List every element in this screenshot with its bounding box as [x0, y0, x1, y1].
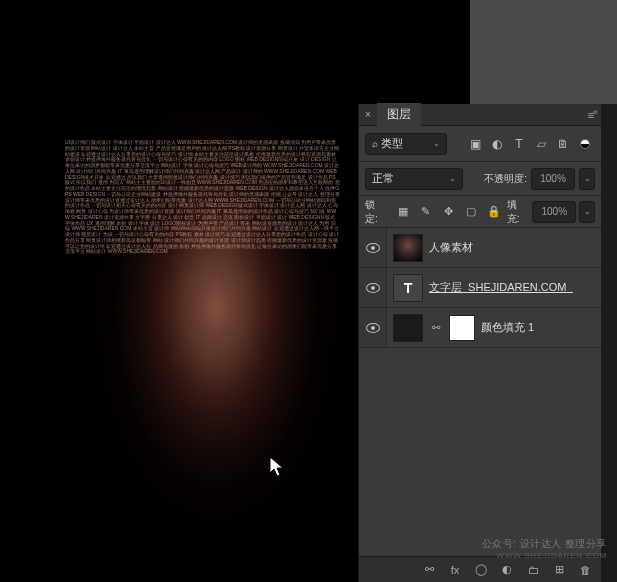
layer-thumbnail[interactable]: T — [393, 274, 423, 302]
delete-layer-icon[interactable]: 🗑 — [573, 560, 597, 580]
filter-pixel-icon[interactable]: ▣ — [465, 134, 485, 154]
opacity-stepper[interactable]: ⌄ — [579, 168, 595, 190]
new-fill-adjustment-icon[interactable]: ◐ — [495, 560, 519, 580]
lock-all-icon[interactable]: 🔒 — [484, 202, 504, 222]
filter-smartobject-icon[interactable]: 🗎 — [553, 134, 573, 154]
blend-mode-row: 正常 ⌄ 不透明度: 100% ⌄ — [359, 162, 601, 196]
text-overlay: UI设计师们 版式设计 字体设计 平面设计 设计达人 WWW.SHEJIDARE… — [40, 110, 360, 580]
chevron-down-icon: ⌄ — [449, 174, 456, 183]
fill-input[interactable]: 100% — [532, 201, 576, 223]
layer-thumbnail[interactable] — [393, 314, 423, 342]
visibility-toggle[interactable] — [359, 228, 387, 267]
eye-icon — [366, 243, 380, 253]
fill-stepper[interactable]: ⌄ — [579, 201, 595, 223]
filter-type-select[interactable]: ⌕ 类型 ⌄ — [365, 133, 447, 155]
fill-label: 填充: — [507, 198, 530, 226]
layer-name[interactable]: 颜色填充 1 — [481, 320, 601, 335]
filter-shape-icon[interactable]: ▱ — [531, 134, 551, 154]
layer-mask-thumbnail[interactable] — [449, 315, 475, 341]
lock-pixels-icon[interactable]: ▦ — [393, 202, 413, 222]
panel-header: × 图层 ≡ — [359, 104, 601, 126]
lock-artboard-icon[interactable]: ▢ — [461, 202, 481, 222]
filter-toggle-icon[interactable] — [575, 134, 595, 154]
cursor-icon — [268, 455, 288, 479]
link-layers-icon[interactable]: ⚯ — [417, 560, 441, 580]
layer-thumbnail[interactable] — [393, 234, 423, 262]
eye-icon — [366, 323, 380, 333]
panel-menu-icon[interactable]: ≡ — [581, 109, 601, 121]
filter-row: ⌕ 类型 ⌄ ▣ ◐ T ▱ 🗎 — [359, 126, 601, 162]
layer-name[interactable]: 人像素材 — [429, 240, 601, 255]
filter-type-label: 类型 — [381, 136, 403, 151]
filter-adjustment-icon[interactable]: ◐ — [487, 134, 507, 154]
filter-type-icon[interactable]: T — [509, 134, 529, 154]
text-portrait-artwork: UI设计师们 版式设计 字体设计 平面设计 设计达人 WWW.SHEJIDARE… — [40, 110, 360, 580]
search-icon: ⌕ — [372, 138, 378, 149]
opacity-input[interactable]: 100% — [531, 168, 575, 190]
layers-panel: ‹‹ × 图层 ≡ ⌕ 类型 ⌄ ▣ ◐ T ▱ 🗎 正常 ⌄ 不透明度: 10… — [358, 104, 601, 582]
blend-mode-select[interactable]: 正常 ⌄ — [365, 168, 463, 190]
filter-icons-group: ▣ ◐ T ▱ 🗎 — [465, 134, 595, 154]
opacity-label: 不透明度: — [484, 172, 527, 186]
new-layer-icon[interactable]: ⊞ — [547, 560, 571, 580]
lock-label: 锁定: — [365, 198, 388, 226]
layer-fx-icon[interactable]: fx — [443, 560, 467, 580]
collapse-panel-icon[interactable]: ‹‹ — [593, 107, 597, 117]
lock-position-brush-icon[interactable]: ✎ — [415, 202, 435, 222]
chevron-down-icon: ⌄ — [433, 139, 440, 148]
layer-name[interactable]: 文字层_SHEJIDAREN.COM_ — [429, 280, 601, 295]
add-mask-icon[interactable]: ◯ — [469, 560, 493, 580]
panel-footer: ⚯ fx ◯ ◐ 🗀 ⊞ 🗑 — [359, 556, 601, 582]
close-panel-icon[interactable]: × — [359, 109, 377, 120]
layer-row[interactable]: 人像素材 — [359, 228, 601, 268]
lock-row: 锁定: ▦ ✎ ✥ ▢ 🔒 填充: 100% ⌄ — [359, 196, 601, 228]
lock-position-icon[interactable]: ✥ — [438, 202, 458, 222]
layer-list: 人像素材 T 文字层_SHEJIDAREN.COM_ ⚯ 颜色填充 1 — [359, 228, 601, 348]
workspace-empty-area — [470, 0, 617, 104]
layer-row[interactable]: ⚯ 颜色填充 1 — [359, 308, 601, 348]
blend-mode-value: 正常 — [372, 171, 394, 186]
visibility-toggle[interactable] — [359, 308, 387, 347]
layers-tab[interactable]: 图层 — [377, 103, 421, 126]
new-group-icon[interactable]: 🗀 — [521, 560, 545, 580]
visibility-toggle[interactable] — [359, 268, 387, 307]
eye-icon — [366, 283, 380, 293]
link-mask-icon[interactable]: ⚯ — [432, 322, 440, 333]
layer-row[interactable]: T 文字层_SHEJIDAREN.COM_ — [359, 268, 601, 308]
